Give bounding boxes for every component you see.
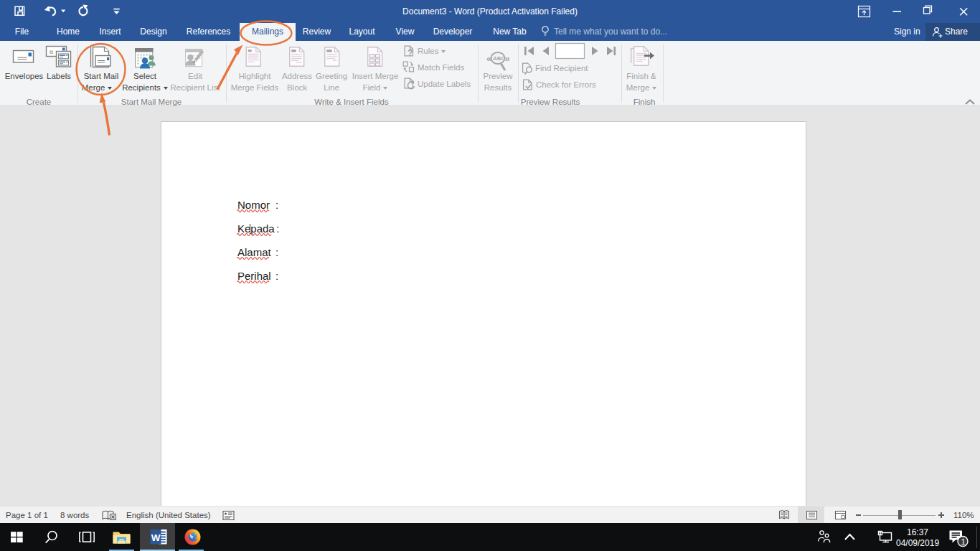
svg-text:1: 1 (961, 537, 966, 546)
svg-text:W: W (151, 532, 161, 543)
svg-text:16:37: 16:37 (907, 527, 928, 537)
svg-text:04/09/2019: 04/09/2019 (896, 538, 939, 548)
svg-text:»: » (505, 53, 510, 64)
svg-text:ABC: ABC (493, 55, 506, 62)
svg-text:?: ? (407, 48, 413, 58)
